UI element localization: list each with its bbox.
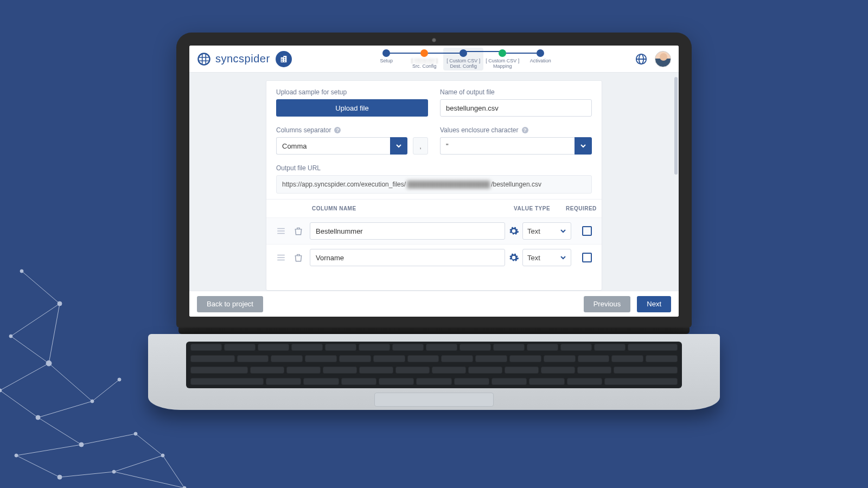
svg-line-28 <box>114 455 163 472</box>
required-checkbox[interactable] <box>582 253 592 262</box>
svg-point-3 <box>46 361 52 366</box>
laptop-mock: syncspider Setup [ ░░░░░░ ] Src. Config <box>176 33 692 410</box>
chevron-down-icon <box>560 228 566 234</box>
content-scroll[interactable]: Upload sample for setup Upload file Name… <box>189 73 679 291</box>
svg-point-33 <box>198 53 209 65</box>
th-value-type: VALUE TYPE <box>514 206 566 211</box>
th-required: REQUIRED <box>566 206 592 211</box>
svg-line-22 <box>49 363 92 401</box>
org-switcher-button[interactable] <box>276 51 292 67</box>
app-screen: syncspider Setup [ ░░░░░░ ] Src. Config <box>189 46 679 317</box>
scrollbar[interactable] <box>674 77 678 175</box>
upload-file-button[interactable]: Upload file <box>276 99 428 117</box>
svg-point-1 <box>58 301 62 306</box>
required-checkbox[interactable] <box>582 226 592 236</box>
output-name-input[interactable] <box>440 99 592 117</box>
svg-line-15 <box>22 271 60 304</box>
brand-name: syncspider <box>215 53 270 65</box>
svg-point-5 <box>36 415 40 420</box>
svg-line-16 <box>11 304 60 336</box>
svg-point-13 <box>161 454 164 457</box>
enclosure-select[interactable]: " <box>440 137 592 155</box>
trash-icon[interactable] <box>293 253 303 262</box>
svg-line-18 <box>0 363 49 390</box>
output-url-box[interactable]: https://app.syncspider.com/execution_fil… <box>276 175 592 194</box>
column-name-input[interactable] <box>310 249 505 266</box>
help-globe-icon[interactable] <box>635 53 647 65</box>
th-column-name: COLUMN NAME <box>310 206 496 211</box>
svg-line-29 <box>136 434 163 455</box>
svg-line-32 <box>49 304 60 363</box>
chevron-down-icon[interactable] <box>575 137 592 155</box>
svg-line-25 <box>16 445 81 455</box>
svg-line-30 <box>163 455 184 488</box>
svg-point-4 <box>0 389 2 392</box>
brand-logo[interactable]: syncspider <box>197 52 270 66</box>
chevron-down-icon[interactable] <box>390 137 407 155</box>
enclosure-label: Values enclosure character ? <box>440 126 592 134</box>
svg-line-24 <box>81 434 136 445</box>
svg-line-20 <box>38 401 92 418</box>
building-icon <box>279 55 288 63</box>
keyboard-art <box>186 342 682 388</box>
svg-line-23 <box>38 418 81 445</box>
table-row: Text <box>266 217 602 244</box>
svg-line-19 <box>0 390 38 418</box>
svg-point-8 <box>79 442 84 447</box>
trash-icon[interactable] <box>293 226 303 236</box>
table-row: Text <box>266 244 602 271</box>
svg-line-27 <box>60 472 114 477</box>
drag-handle-icon[interactable] <box>276 226 286 236</box>
separator-label: Columns separator ? <box>276 126 428 134</box>
brand-logo-icon <box>197 52 211 66</box>
column-name-input[interactable] <box>310 222 505 240</box>
gear-icon[interactable] <box>508 226 519 236</box>
step-dest-config[interactable]: [ Custom CSV ] Dest. Config <box>443 48 483 70</box>
back-to-project-button[interactable]: Back to project <box>197 296 263 312</box>
webcam-dot <box>432 38 436 42</box>
columns-table-header: COLUMN NAME VALUE TYPE REQUIRED <box>266 199 602 217</box>
svg-point-2 <box>9 335 12 338</box>
upload-label: Upload sample for setup <box>276 88 428 96</box>
chevron-down-icon <box>560 254 566 261</box>
svg-point-12 <box>112 470 116 473</box>
svg-line-26 <box>16 455 60 477</box>
trackpad-art <box>374 393 494 407</box>
help-icon[interactable]: ? <box>334 127 341 133</box>
url-label: Output file URL <box>276 164 592 172</box>
step-activation[interactable]: Activation <box>521 49 559 63</box>
previous-button[interactable]: Previous <box>584 296 631 312</box>
value-type-select[interactable]: Text <box>522 249 571 266</box>
svg-point-6 <box>91 400 94 403</box>
svg-line-31 <box>114 472 184 488</box>
config-card: Upload sample for setup Upload file Name… <box>266 80 602 291</box>
step-mapping[interactable]: [ Custom CSV ] Mapping <box>483 49 521 69</box>
user-avatar[interactable] <box>655 51 671 67</box>
wizard-stepper: Setup [ ░░░░░░ ] Src. Config [ Custom CS… <box>296 47 631 70</box>
separator-select[interactable]: Comma <box>276 137 407 155</box>
svg-point-11 <box>58 475 62 479</box>
svg-point-7 <box>118 378 121 381</box>
help-icon[interactable]: ? <box>522 127 528 133</box>
output-name-label: Name of output file <box>440 88 592 96</box>
svg-point-9 <box>134 432 137 435</box>
drag-handle-icon[interactable] <box>276 253 286 262</box>
wizard-footer: Back to project Previous Next <box>189 291 679 317</box>
next-button[interactable]: Next <box>637 296 671 312</box>
app-header: syncspider Setup [ ░░░░░░ ] Src. Config <box>189 46 679 73</box>
step-setup[interactable]: Setup <box>367 49 405 63</box>
value-type-select[interactable]: Text <box>522 222 571 240</box>
svg-line-21 <box>92 380 119 401</box>
svg-point-10 <box>15 454 18 457</box>
separator-preview: , <box>413 137 428 155</box>
svg-line-17 <box>11 336 49 363</box>
gear-icon[interactable] <box>508 252 519 263</box>
svg-point-0 <box>20 269 23 273</box>
